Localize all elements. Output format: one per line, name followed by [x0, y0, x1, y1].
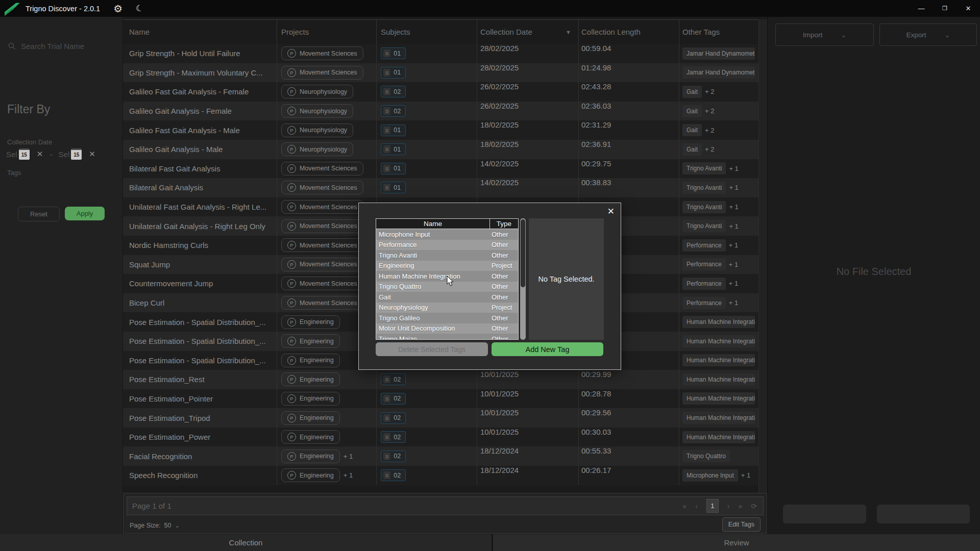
- table-row[interactable]: Galileo Fast Gait Analysis - Male P Neur…: [123, 120, 758, 140]
- project-cell: P Neurophysiology: [277, 82, 377, 102]
- last-page-icon[interactable]: »: [738, 502, 742, 510]
- table-row[interactable]: Grip Strength - Hold Until Failure P Mov…: [123, 44, 758, 63]
- table-row[interactable]: Galileo Gait Analysis - Female P Neuroph…: [123, 102, 758, 121]
- refresh-icon[interactable]: ⟳: [751, 502, 757, 510]
- current-page-box[interactable]: 1: [706, 499, 719, 513]
- other-tags-cell: Jamar Hand Dynamometer: [679, 66, 758, 79]
- tag-row[interactable]: Engineering Project: [376, 261, 518, 271]
- collection-date-cell: 18/12/2024: [477, 466, 579, 485]
- collection-date-cell: 18/02/2025: [477, 120, 579, 140]
- collection-length-cell: 01:24.98: [579, 63, 679, 83]
- add-new-tag-button[interactable]: Add New Tag: [492, 342, 603, 356]
- minimize-button[interactable]: —: [910, 0, 933, 17]
- settings-gear-icon[interactable]: ⚙: [113, 4, 122, 14]
- tab-review[interactable]: Review: [493, 534, 980, 551]
- table-row[interactable]: Galileo Fast Gait Analysis - Female P Ne…: [123, 82, 758, 102]
- table-row[interactable]: Facial Recognition P Engineering + 1 S 0…: [123, 446, 758, 466]
- tag-row[interactable]: Trigno Avanti Other: [376, 250, 518, 261]
- maximize-button[interactable]: ❐: [933, 0, 957, 17]
- other-tags-cell: Gait + 2: [679, 143, 758, 156]
- table-row[interactable]: Pose Estimation_Rest P Engineering S 02: [123, 370, 758, 389]
- subject-badge-icon: S: [383, 433, 390, 441]
- next-page-icon[interactable]: ›: [727, 502, 730, 510]
- delete-selected-tags-button: Delete Selected Tags: [376, 342, 488, 356]
- tag-row[interactable]: Neurophysiology Project: [376, 303, 518, 313]
- tag-list-scrollbar[interactable]: [520, 218, 526, 340]
- table-row[interactable]: Pose Estimation_Tripod P Engineering S 0…: [123, 408, 758, 428]
- column-header-projects[interactable]: Projects: [277, 20, 377, 44]
- sort-down-icon[interactable]: ▼: [566, 29, 571, 35]
- project-cell: P Movement Sciences: [277, 44, 377, 63]
- column-header-collection-date[interactable]: Collection Date ▼: [477, 20, 579, 44]
- table-row[interactable]: Speech Recognition P Engineering + 1 S 0…: [123, 466, 758, 485]
- subject-cell: S 02: [377, 408, 477, 428]
- apply-button[interactable]: Apply: [65, 207, 105, 220]
- window-controls: — ❐ ✕: [910, 0, 980, 17]
- table-row[interactable]: Grip Strength - Maximum Voluntary C... P…: [123, 63, 758, 83]
- project-chip: P Engineering: [281, 449, 340, 463]
- date-to-field[interactable]: Sel: [59, 150, 70, 159]
- page-size-label: Page Size:: [130, 522, 160, 529]
- table-row[interactable]: Bilateral Gait Analysis P Movement Scien…: [123, 178, 758, 197]
- column-header-name[interactable]: Name: [123, 20, 277, 44]
- edit-tags-button[interactable]: Edit Tags: [722, 517, 761, 532]
- collection-length-cell: 00:38.83: [579, 178, 679, 197]
- column-header-subjects[interactable]: Subjects: [377, 20, 477, 44]
- tag-row[interactable]: Gait Other: [376, 292, 518, 303]
- reset-button[interactable]: Reset: [18, 207, 60, 221]
- subject-cell: S 01: [377, 63, 477, 83]
- project-chip: P Engineering: [281, 372, 340, 386]
- search-input[interactable]: [20, 41, 109, 51]
- tab-collection[interactable]: Collection: [0, 534, 492, 551]
- calendar-icon[interactable]: 15: [19, 148, 30, 160]
- trial-name-cell: Squat Jump: [123, 255, 277, 274]
- calendar-icon[interactable]: 15: [71, 148, 82, 160]
- table-row[interactable]: Galileo Gait Analysis - Male P Neurophys…: [123, 140, 758, 159]
- table-row[interactable]: Bilateral Fast Gait Analysis P Movement …: [123, 159, 758, 179]
- dialog-close-icon[interactable]: ✕: [607, 206, 615, 217]
- page-size-value[interactable]: 50: [164, 522, 171, 529]
- export-button[interactable]: Export ⌄: [879, 23, 977, 46]
- tag-type-cell: Other: [489, 282, 518, 292]
- import-button[interactable]: Import ⌄: [775, 23, 874, 46]
- trial-name-cell: Pose Estimation - Spatial Distribution_.…: [123, 351, 277, 370]
- table-row[interactable]: Pose Estimation_Pointer P Engineering S …: [123, 389, 758, 409]
- subject-badge-icon: S: [383, 88, 390, 95]
- date-range-separator: -: [50, 151, 52, 158]
- other-tags-cell: Performance + 1: [679, 297, 758, 309]
- tag-row[interactable]: Trigno Galileo Other: [376, 313, 518, 323]
- project-chip: P Movement Sciences: [281, 162, 363, 176]
- clear-date-to-icon[interactable]: ✕: [89, 149, 95, 159]
- date-from-field[interactable]: Sel: [6, 150, 17, 159]
- project-cell: P Engineering + 1: [277, 446, 377, 466]
- subject-badge-icon: S: [383, 145, 390, 153]
- close-button[interactable]: ✕: [957, 0, 980, 17]
- project-chip: P Engineering: [281, 411, 340, 425]
- other-tags-cell: Gait + 2: [679, 105, 758, 117]
- column-header-collection-length[interactable]: Collection Length: [579, 20, 679, 44]
- tag-chip: Trigno Avanti: [682, 162, 726, 174]
- column-header-other-tags[interactable]: Other Tags: [679, 20, 758, 44]
- scrollbar-thumb[interactable]: [521, 219, 525, 287]
- tag-row[interactable]: Motor Unit Decomposition Other: [376, 323, 518, 334]
- trial-name-cell: Pose Estimation_Pointer: [123, 389, 277, 409]
- project-badge-icon: P: [287, 356, 296, 365]
- trial-name-cell: Galileo Gait Analysis - Male: [123, 140, 277, 159]
- table-row[interactable]: Pose Estimation_Power P Engineering S 02: [123, 428, 758, 447]
- project-badge-icon: P: [287, 394, 296, 403]
- previous-page-icon[interactable]: ‹: [695, 502, 698, 510]
- clear-date-from-icon[interactable]: ✕: [37, 149, 43, 159]
- tag-row[interactable]: Trigno Maize Other: [376, 334, 518, 340]
- tag-row[interactable]: Performance Other: [376, 240, 518, 251]
- first-page-icon[interactable]: «: [682, 502, 687, 510]
- subject-badge-icon: S: [383, 395, 390, 403]
- subject-cell: S 02: [377, 389, 477, 409]
- dark-mode-moon-icon[interactable]: ☾: [135, 4, 144, 14]
- table-scrollbar[interactable]: [758, 19, 767, 502]
- bottom-tab-bar: Collection Review: [0, 534, 980, 551]
- tag-extra-count: + 1: [729, 165, 738, 172]
- tag-row[interactable]: Microphone Input Other: [376, 229, 518, 240]
- chevron-down-icon[interactable]: ⌄: [175, 522, 179, 529]
- trial-name-cell: Pose Estimation - Spatial Distribution_.…: [123, 312, 277, 332]
- subject-cell: S 02: [377, 446, 477, 466]
